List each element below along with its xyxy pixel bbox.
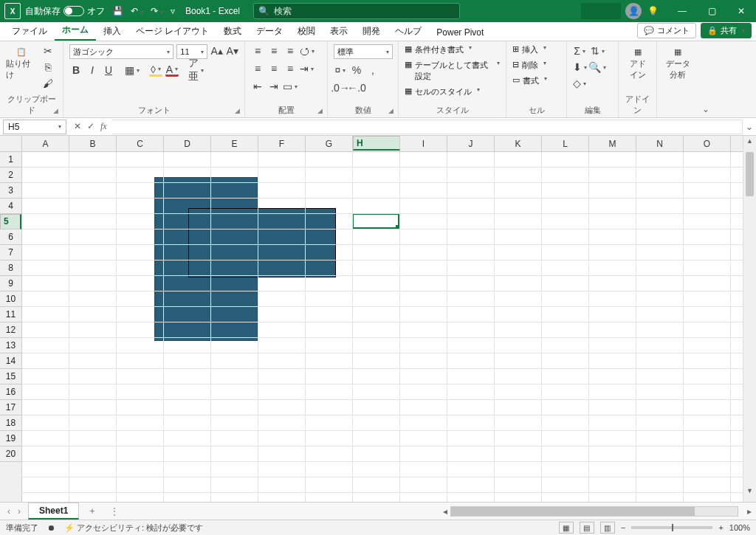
row-header-4[interactable]: 4 [0,199,21,214]
maximize-button[interactable]: ▢ [697,0,726,22]
row-header-10[interactable]: 10 [0,291,21,307]
col-header-M[interactable]: M [589,136,636,151]
scroll-down-icon[interactable]: ▼ [743,487,756,500]
expand-formula-bar-icon[interactable]: ⌄ [743,122,756,132]
row-header-11[interactable]: 11 [0,307,21,322]
increase-decimal-icon[interactable]: .0→ [334,81,347,94]
column-headers[interactable]: ABCDEFGHIJKLMNO [22,136,743,152]
row-header-17[interactable]: 17 [0,400,21,415]
font-name-select[interactable]: 游ゴシック [69,44,173,59]
orientation-icon[interactable]: ⭯ [300,44,313,58]
worksheet-grid[interactable]: ABCDEFGHIJKLMNO 123456789101112131415161… [0,136,756,502]
active-cell[interactable] [352,213,399,229]
delete-cells-button[interactable]: ⊟ 削除 [512,60,560,71]
ribbon-collapse-icon[interactable]: ⌄ [698,41,713,117]
merge-icon[interactable]: ▭ [284,80,297,93]
align-right-icon[interactable]: ≡ [284,62,297,75]
percent-format-icon[interactable]: % [350,63,363,77]
col-header-L[interactable]: L [542,136,589,151]
phonetic-button[interactable]: ア亜 [189,63,202,77]
save-icon[interactable]: 💾 [112,6,123,16]
row-header-8[interactable]: 8 [0,260,21,276]
sheet-nav-prev-icon[interactable]: ‹ [7,506,10,517]
row-header-14[interactable]: 14 [0,353,21,369]
col-header-E[interactable]: E [211,136,258,151]
zoom-slider[interactable] [631,526,712,529]
dialog-launcher-icon[interactable]: ◢ [53,107,58,114]
col-header-D[interactable]: D [164,136,211,151]
accounting-format-icon[interactable]: ¤ [334,63,347,77]
tab-powerpivot[interactable]: Power Pivot [429,24,491,41]
sheet-nav-next-icon[interactable]: › [18,506,21,517]
autosave-toggle[interactable]: 自動保存 オフ [25,5,105,18]
comma-format-icon[interactable]: , [366,63,379,77]
col-header-G[interactable]: G [306,136,353,151]
fx-icon[interactable]: fx [100,121,107,132]
redo-button[interactable]: ↷ [151,6,163,16]
row-headers[interactable]: 1234567891011121314151617181920 [0,152,22,502]
share-button[interactable]: 🔒 共有 [701,23,752,38]
row-header-16[interactable]: 16 [0,384,21,400]
row-header-3[interactable]: 3 [0,183,21,199]
bold-button[interactable]: B [69,63,83,77]
cut-icon[interactable]: ✂ [41,44,55,58]
dialog-launcher-icon[interactable]: ◢ [388,107,394,114]
toggle-switch-icon[interactable] [63,6,84,16]
comments-button[interactable]: 💬 コメント [637,23,696,38]
align-bottom-icon[interactable]: ≡ [284,44,297,58]
cancel-formula-icon[interactable]: ✕ [74,121,81,132]
underline-button[interactable]: U [102,63,115,77]
hscroll-right-icon[interactable]: ▸ [743,506,756,517]
col-header-H[interactable]: H [353,136,400,151]
clear-icon[interactable]: ◇ [573,77,586,90]
undo-button[interactable]: ↶ [131,6,143,16]
tab-formulas[interactable]: 数式 [216,22,249,41]
paste-button[interactable]: 📋貼り付け [6,44,37,83]
col-header-C[interactable]: C [117,136,164,151]
cell-styles-button[interactable]: ▦ セルのスタイル [405,86,500,97]
hscroll-left-icon[interactable]: ◂ [440,506,450,517]
format-as-table-button[interactable]: ▦ テーブルとして書式設定 [405,60,500,82]
sort-filter-icon[interactable]: ⇅ [591,44,604,58]
row-header-7[interactable]: 7 [0,245,21,260]
col-header-B[interactable]: B [69,136,117,151]
select-all-corner[interactable] [0,136,22,152]
new-sheet-button[interactable]: ＋ [79,505,106,517]
wrap-merge-icon[interactable]: ⇥ [300,62,313,75]
borders-button[interactable]: ▦ [126,63,139,77]
page-break-view-icon[interactable]: ▥ [600,522,615,534]
col-header-N[interactable]: N [636,136,684,151]
tab-view[interactable]: 表示 [323,22,355,41]
close-button[interactable]: ✕ [726,0,756,22]
col-header-O[interactable]: O [684,136,731,151]
col-header-K[interactable]: K [495,136,542,151]
search-box[interactable]: 🔍 検索 [253,3,460,19]
macro-record-icon[interactable]: ⏺ [47,523,55,532]
row-header-9[interactable]: 9 [0,276,21,291]
horizontal-scrollbar[interactable] [450,506,738,517]
col-header-A[interactable]: A [22,136,69,151]
font-color-button[interactable]: A [165,63,179,77]
align-center-icon[interactable]: ≡ [267,62,281,75]
decrease-decimal-icon[interactable]: ←.0 [350,81,363,94]
align-middle-icon[interactable]: ≡ [267,44,281,58]
account-block[interactable] [581,3,621,19]
sheet-tab-menu-icon[interactable]: ⋮ [106,506,123,517]
name-box[interactable]: H5▾ [3,120,66,134]
row-header-12[interactable]: 12 [0,322,21,338]
copy-icon[interactable]: ⎘ [41,61,55,74]
zoom-out-icon[interactable]: − [621,523,625,532]
zoom-level[interactable]: 100% [729,523,750,532]
number-format-select[interactable]: 標準 [334,44,393,59]
row-header-5[interactable]: 5 [0,214,21,229]
dialog-launcher-icon[interactable]: ◢ [235,107,240,114]
enter-formula-icon[interactable]: ✓ [87,121,94,132]
italic-button[interactable]: I [86,63,99,77]
col-header-J[interactable]: J [447,136,495,151]
align-top-icon[interactable]: ≡ [251,44,264,58]
page-layout-view-icon[interactable]: ▤ [580,522,594,534]
vscroll-thumb[interactable] [746,152,754,196]
row-header-2[interactable]: 2 [0,168,21,183]
vertical-scrollbar[interactable]: ▲ ▼ [743,136,756,502]
fill-color-button[interactable]: ◊ [149,63,162,77]
